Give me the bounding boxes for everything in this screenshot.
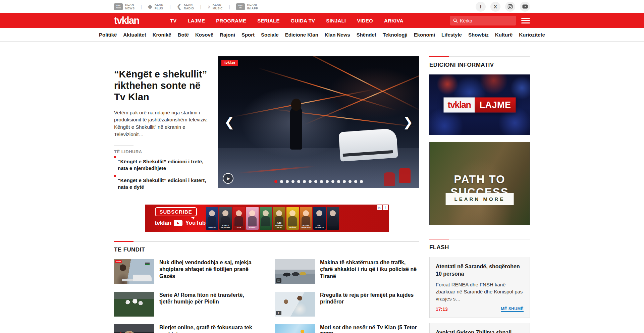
subnav-rajoni[interactable]: Rajoni	[220, 32, 235, 38]
search-input[interactable]	[460, 18, 513, 23]
carousel-dot[interactable]	[320, 180, 323, 183]
youtube-icon[interactable]	[520, 2, 530, 12]
subnav-klan-news[interactable]: Klan News	[325, 32, 350, 38]
x-icon[interactable]: X	[490, 2, 500, 12]
carousel-dot[interactable]	[280, 180, 283, 183]
article-thumbnail: 📷	[275, 259, 315, 284]
klani-im-icon: klanim	[236, 3, 245, 10]
more-link[interactable]: MË SHUMË	[501, 307, 524, 312]
carousel-dot[interactable]	[291, 180, 294, 183]
youtube-subscribe-ad[interactable]: SUBSCRIBE ➤ tvklan ▶ YouTube OPINION E D…	[145, 205, 389, 232]
menu-icon[interactable]	[521, 16, 530, 25]
subnav-politike[interactable]: Politikë	[99, 32, 117, 38]
nav-lajme[interactable]: LAJME	[187, 18, 205, 23]
tvklan-logo[interactable]: tvklan	[114, 15, 139, 26]
article-title[interactable]: Nuk dihej vendndodhja e saj, mjekja shqi…	[159, 259, 259, 284]
subnav-aktualitet[interactable]: Aktualitet	[123, 32, 146, 38]
article-row[interactable]: moti ▶ Moti sot dhe nesër në Tv Klan (5 …	[275, 324, 419, 333]
subscribe-button[interactable]: SUBSCRIBE	[155, 207, 197, 216]
search-box[interactable]	[450, 16, 516, 25]
flash-card[interactable]: Avokati Gylsen Zhllima shpall kandidatur…	[429, 323, 530, 333]
related-link[interactable]: “Këngët e Shekullit” edicioni i katërt, …	[114, 177, 211, 191]
subnav-sport[interactable]: Sport	[241, 32, 255, 38]
subnav-sociale[interactable]: Sociale	[261, 32, 279, 38]
brand-klan-music[interactable]: ♪ KLANMUSIC	[207, 3, 223, 10]
carousel-dot[interactable]	[360, 180, 363, 183]
camera-icon: 📷	[276, 278, 281, 283]
article-row[interactable]: Serie A/ Roma fiton në transfertë, tjetë…	[114, 292, 259, 317]
carousel-dots	[218, 180, 419, 183]
carousel-dot[interactable]	[303, 180, 306, 183]
article-row[interactable]: Blerjet online, gratë të fokusuara tek v…	[114, 324, 259, 333]
nav-video[interactable]: VIDEO	[357, 18, 373, 23]
stage-light	[304, 68, 419, 125]
carousel-dot[interactable]	[309, 180, 312, 183]
bullet-icon	[114, 156, 116, 158]
subnav-kosove[interactable]: Kosovë	[195, 32, 213, 38]
subnav-lifestyle[interactable]: Lifestyle	[441, 32, 462, 38]
subnav-showbiz[interactable]: Showbiz	[468, 32, 489, 38]
adchoices-icon[interactable]: ▷	[377, 205, 382, 210]
carousel-dot[interactable]	[343, 180, 346, 183]
hero-title[interactable]: “Këngët e shekullit” rikthehen sonte në …	[114, 68, 211, 103]
show-tile: E DIELA SHQIPTARE	[219, 207, 232, 230]
section-title: TE FUNDIT	[114, 246, 419, 253]
nav-guida-tv[interactable]: GUIDA TV	[291, 18, 315, 23]
nav-arkiva[interactable]: ARKIVA	[384, 18, 404, 23]
carousel-prev-arrow[interactable]: ❮	[224, 116, 235, 128]
subnav-edicione-klan[interactable]: Edicione Klan	[285, 32, 318, 38]
brand-klan-news[interactable]: klannews KLANNEWS	[114, 3, 135, 10]
subnav-teknologji[interactable]: Teknologji	[383, 32, 408, 38]
subnav-shendet[interactable]: Shëndet	[357, 32, 376, 38]
article-thumbnail: moti ▶	[275, 324, 315, 333]
article-title[interactable]: Serie A/ Roma fiton në transfertë, tjetë…	[159, 292, 259, 317]
carousel-dot[interactable]	[274, 180, 277, 183]
nav-programe[interactable]: PROGRAME	[216, 18, 246, 23]
hero-carousel[interactable]: tvklan ❮ ❯ ▶	[218, 56, 419, 188]
brand-klan-plus[interactable]: ◆ KLANPLUS	[148, 3, 163, 10]
carousel-dot[interactable]	[348, 180, 352, 183]
instagram-icon[interactable]	[505, 2, 515, 12]
flash-card[interactable]: Atentati në Sarandë, shoqërohen 10 perso…	[429, 257, 530, 318]
klan-lajme-banner[interactable]: tvklan LAJME	[429, 74, 530, 135]
carousel-dot[interactable]	[354, 180, 357, 183]
learn-more-button[interactable]: LEARN MORE	[446, 193, 514, 205]
article-row[interactable]: tvklan Nuk dihej vendndodhja e saj, mjek…	[114, 259, 259, 284]
carousel-dot[interactable]	[337, 180, 340, 183]
search-icon	[453, 18, 458, 23]
ad-menu-icon[interactable]: ⋮	[383, 205, 388, 210]
carousel-dot[interactable]	[326, 180, 329, 183]
nav-tv[interactable]: TV	[170, 18, 177, 23]
section-title: FLASH	[429, 244, 530, 251]
divider	[114, 146, 133, 146]
facebook-icon[interactable]: f	[476, 2, 486, 12]
subnav-kronike[interactable]: Kronikë	[153, 32, 171, 38]
nav-sinjali[interactable]: SINJALI	[326, 18, 346, 23]
article-thumbnail: tvklan	[114, 259, 154, 284]
article-title[interactable]: Rregulla të reja për fëmijët pa kujdes p…	[320, 292, 419, 317]
article-title[interactable]: Blerjet online, gratë të fokusuara tek v…	[159, 324, 259, 333]
subnav-kuriozitete[interactable]: Kuriozitete	[519, 32, 545, 38]
article-title[interactable]: Makina të shkatërruara dhe trafik, çfarë…	[320, 259, 419, 284]
carousel-next-arrow[interactable]: ❯	[402, 116, 413, 128]
article-row[interactable]: 📷 Makina të shkatërruara dhe trafik, çfa…	[275, 259, 419, 284]
brand-klani-im-app[interactable]: klanim KLANIIM APP	[236, 3, 258, 10]
subnav-ekonomi[interactable]: Ekonomi	[414, 32, 435, 38]
carousel-dot[interactable]	[286, 180, 289, 183]
article-row[interactable]: ▶ Rregulla të reja për fëmijët pa kujdes…	[275, 292, 419, 317]
flash-title[interactable]: Avokati Gylsen Zhllima shpall kandidatur…	[436, 329, 524, 333]
brand-label: KLANI	[247, 3, 257, 6]
topbar: klannews KLANNEWS | ◆ KLANPLUS | ❮ KLANR…	[0, 0, 644, 13]
related-link[interactable]: “Këngët e Shekullit” edicioni i tretë, n…	[114, 158, 211, 172]
article-title[interactable]: Moti sot dhe nesër në Tv Klan (5 Tetor 2…	[320, 324, 419, 333]
subnav-kulture[interactable]: Kulturë	[495, 32, 513, 38]
carousel-dot[interactable]	[314, 180, 317, 183]
brand-klan-radio[interactable]: ❮ KLANRADIO	[177, 3, 194, 10]
carousel-dot[interactable]	[297, 180, 300, 183]
carousel-dot[interactable]	[331, 180, 334, 183]
nav-seriale[interactable]: SERIALE	[257, 18, 279, 23]
flash-title[interactable]: Atentati në Sarandë, shoqërohen 10 perso…	[436, 263, 524, 277]
path-to-success-ad[interactable]: PATH TO SUCCESS LEARN MORE	[429, 142, 530, 225]
stage-light	[258, 67, 396, 111]
subnav-bote[interactable]: Botë	[178, 32, 189, 38]
